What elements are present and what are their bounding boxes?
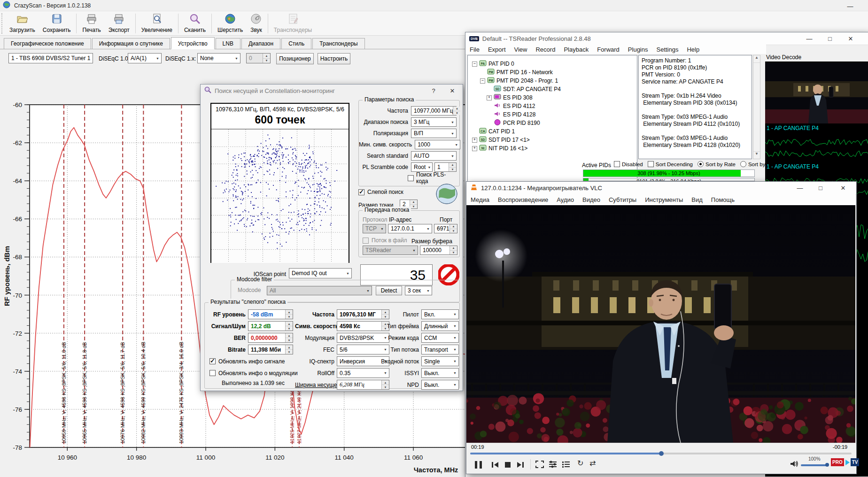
tsreader-maximize-button[interactable]: □ (821, 32, 839, 45)
spin-down-icon[interactable]: ▼ (286, 338, 293, 342)
vlc-fullscreen-button[interactable] (535, 460, 544, 470)
toolbar-button-magnifier[interactable]: Сканить (180, 12, 209, 34)
blind-search-checkbox[interactable] (358, 189, 364, 195)
result-value-spinner[interactable]: 12,2 dB▲▼ (248, 321, 293, 331)
tsreader-close-button[interactable]: ✕ (841, 32, 860, 45)
vlc-previous-button[interactable] (491, 460, 500, 471)
vlc-volume-slider[interactable] (801, 464, 828, 467)
modcode-select[interactable]: All▼ (267, 286, 372, 295)
result-value-select[interactable]: Вкл.▼ (421, 309, 459, 319)
info-scrollbar[interactable]: ▲ ▼ (753, 55, 760, 159)
video-thumb[interactable] (765, 62, 868, 123)
vlc-menu-помощь[interactable]: Помощь (707, 195, 739, 205)
tsreader-minimize-button[interactable]: — (800, 32, 819, 45)
tree-item[interactable]: ES PID 4112 (468, 102, 635, 110)
toolbar-button-save-floppy[interactable]: Сохранить (39, 12, 75, 34)
toolbar-button-globe-scan[interactable]: Шерстить (214, 12, 247, 34)
tab-географическое-положение[interactable]: Географическое положение (4, 38, 91, 49)
tree-item[interactable]: −PMPMT PID 2048 - Progr. 1 (468, 77, 635, 85)
dialog-close-button[interactable]: ✕ (444, 85, 461, 97)
result-value-spinner[interactable]: 0,0000000▲▼ (248, 333, 293, 343)
vlc-menu-инструменты[interactable]: Инструменты (641, 195, 687, 205)
tuner-select[interactable]: 1 - TBS 6908 DVBS/S2 Tuner 1▼ (8, 53, 93, 63)
result-value-select[interactable]: Выкл.▼ (421, 368, 459, 378)
menu-help[interactable]: Help (682, 45, 704, 54)
param-spinner[interactable]: 10977,000 МГц▲▼ (411, 106, 457, 115)
vlc-extended-settings-button[interactable] (548, 460, 558, 470)
checkbox-disabled[interactable] (614, 161, 620, 167)
spin-down-icon[interactable]: ▼ (453, 111, 460, 115)
menu-record[interactable]: Record (531, 45, 559, 54)
protocol-select[interactable]: TCP▼ (363, 224, 386, 233)
spin-down-icon[interactable]: ▼ (286, 315, 293, 319)
tree-item[interactable]: PMPMT PID 16 - Network (468, 69, 635, 76)
spin-up-icon[interactable]: ▲ (286, 345, 293, 350)
vlc-pause-button[interactable] (470, 458, 486, 471)
menu-settings[interactable]: Settings (652, 45, 682, 54)
port-spinner[interactable]: 6971▲▼ (434, 224, 457, 233)
ip-select[interactable]: 127.0.0.1▼ (388, 224, 432, 233)
spin-up-icon[interactable]: ▲ (286, 322, 293, 326)
vlc-menu-аудио[interactable]: Аудио (552, 195, 578, 205)
param-spinner[interactable]: 1▲▼ (434, 162, 457, 172)
vlc-playlist-button[interactable] (561, 460, 571, 470)
vlc-next-button[interactable] (515, 460, 525, 471)
tree-item[interactable]: +ES PID 308 (468, 94, 635, 101)
collapse-icon[interactable]: − (480, 78, 485, 84)
pid-rate-bar-2[interactable]: 8191 (2.84% - 216.84 Kbps) (583, 178, 755, 181)
pid-rate-bar[interactable]: 308 (91.98% - 10.25 Mbps) (583, 169, 755, 177)
checkbox-sort-decending[interactable] (648, 161, 654, 167)
result-value-spinner[interactable]: 11,398 Мби▲▼ (248, 345, 293, 354)
scroll-up-icon[interactable]: ▲ (753, 55, 760, 63)
expand-icon[interactable]: + (472, 138, 477, 143)
menu-forward[interactable]: Forward (593, 45, 624, 54)
tree-item[interactable]: +NINIT PID 16 <1> (468, 145, 635, 152)
tab-lnb[interactable]: LNB (216, 38, 240, 49)
result-value-select[interactable]: Transport▼ (421, 345, 459, 354)
spin-up-icon[interactable]: ▲ (286, 333, 293, 338)
dialog-help-button[interactable]: ? (426, 85, 441, 97)
pls-code-checkbox[interactable] (408, 175, 414, 181)
param-select[interactable]: В/П▼ (411, 129, 457, 138)
toolbar-drag-handle[interactable] (1, 13, 4, 34)
tab-диапазон[interactable]: Диапазон (241, 38, 280, 49)
stream-to-file-checkbox[interactable] (363, 238, 369, 244)
tree-item[interactable]: SDSDT: AP CANGATE P4 (468, 85, 635, 93)
result-value-select[interactable]: Выкл.▼ (421, 380, 459, 390)
iqscan-select[interactable]: Demod IQ out▼ (289, 268, 352, 278)
tab-транспондеры[interactable]: Транспондеры (312, 38, 364, 49)
tab-информация-о-спутнике[interactable]: Информация о спутнике (92, 38, 170, 49)
active-pids-option[interactable]: Sort Decending (648, 161, 693, 167)
diseqc1x-select[interactable]: None▼ (197, 53, 240, 63)
update-info-checkbox[interactable] (209, 358, 216, 364)
collapse-icon[interactable]: − (472, 62, 477, 67)
toolbar-button-printer-export[interactable]: Экспорт (105, 12, 133, 34)
tree-item[interactable]: PCR PID 8190 (468, 119, 635, 127)
spin-up-icon[interactable]: ▲ (286, 310, 293, 315)
crazyscan-minimize-button[interactable]: — (841, 0, 860, 12)
vlc-seek-slider[interactable] (470, 452, 852, 455)
toolbar-button-zoom-page[interactable]: Увеличение (138, 12, 176, 34)
update-info-checkbox[interactable] (209, 370, 216, 376)
menu-export[interactable]: Export (484, 45, 510, 54)
configure-button[interactable]: Настроить (318, 53, 350, 64)
tree-item[interactable]: ES PID 4128 (468, 111, 635, 118)
diseqc10-select[interactable]: A/A(1)▼ (128, 53, 162, 63)
tab-стиль[interactable]: Стиль (281, 38, 311, 49)
detect-interval-select[interactable]: 3 сек▼ (405, 286, 432, 295)
seek-handle[interactable] (659, 451, 664, 456)
result-value-select[interactable]: CCM▼ (421, 333, 459, 343)
active-pids-option[interactable]: Sort by Rate (698, 161, 736, 167)
reader-select[interactable]: TSReader▼ (363, 246, 418, 255)
vlc-shuffle-button[interactable]: ⇄ (589, 459, 596, 468)
toolbar-button-transponder-list[interactable]: Транспондеры (270, 12, 316, 34)
vlc-menu-субтитры[interactable]: Субтитры (604, 195, 641, 205)
result-value-select[interactable]: Длинный▼ (421, 321, 459, 331)
radio-sort-by-pid[interactable] (740, 161, 746, 167)
expand-icon[interactable]: + (472, 146, 477, 151)
vlc-menu-воспроизведение[interactable]: Воспроизведение (494, 195, 552, 205)
vlc-menu-видео[interactable]: Видео (578, 195, 604, 205)
scroll-down-icon[interactable]: ▼ (753, 151, 760, 159)
menu-playback[interactable]: Playback (559, 45, 593, 54)
vlc-maximize-button[interactable]: □ (811, 182, 830, 194)
